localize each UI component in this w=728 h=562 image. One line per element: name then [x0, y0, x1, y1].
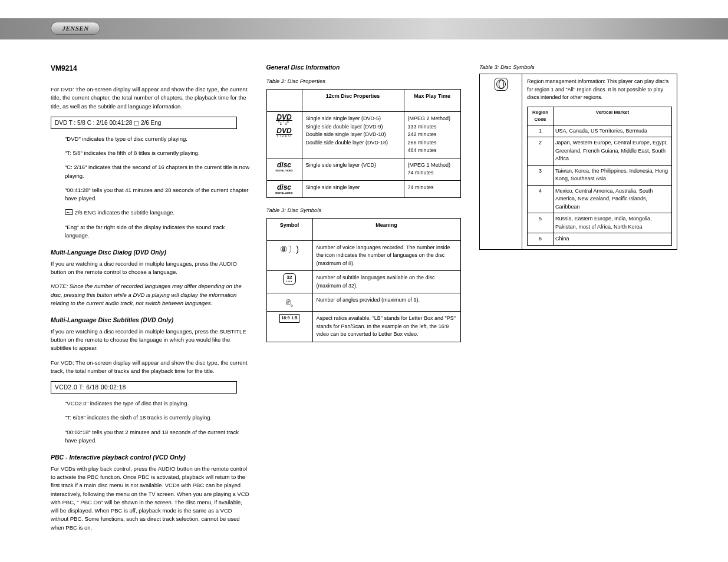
disc-symbols-table: Symbol Meaning ⑧〕) Number of voice langu… [266, 218, 461, 342]
dvd-legend-1: "DVD" indicates the type of disc current… [65, 135, 251, 143]
table-row: 2Japan, Western Europe, Central Europe, … [528, 137, 672, 166]
col-meaning: Meaning [312, 218, 460, 240]
dvd-legend-4: "00:41:28" tells you that 41 minutes and… [65, 186, 251, 203]
region-globe-cell [480, 74, 522, 250]
dvd-legend-6: "Eng" at the far right side of the displ… [65, 223, 251, 240]
col-symbol: Symbol [266, 218, 312, 240]
region-inner-table: Region Code Vertical Market 1USA, Canada… [527, 107, 672, 246]
table-row: ⎚9 Number of angles provided (maximum of… [266, 293, 460, 312]
subtitle-section-title: Multi-Language Disc Subtitles (DVD Only) [51, 316, 251, 325]
cd-icon-cell: discDIGITAL AUDIO [266, 180, 302, 197]
page-body: VM9214 For DVD: The on-screen display wi… [0, 39, 728, 562]
dvd-logo-icon: VIDEO [271, 128, 298, 137]
table2-caption: Table 2: Disc Properties [266, 77, 465, 85]
table-row: 32▪▪▪▪ Number of subtitle languages avai… [266, 271, 460, 293]
vcd-legend-1: "VCD2.0" indicates the type of disc that… [65, 399, 251, 408]
aspect-ratio-text: Aspect ratios available. "LB" stands for… [312, 312, 460, 342]
col-symbol [266, 90, 302, 112]
column-2: General Disc Information Table 2: Disc P… [266, 63, 465, 538]
column-1: VM9214 For DVD: The on-screen display wi… [51, 63, 251, 538]
cd-props: Single side single layer [302, 180, 404, 197]
table-row: discDIGITAL AUDIO Single side single lay… [266, 180, 460, 197]
table-row: V I D E O VIDEO Single side single layer… [266, 112, 460, 158]
region-meaning: Region management information: This play… [522, 74, 677, 250]
voice-languages-text: Number of voice languages recorded. The … [312, 240, 460, 271]
subtitle-icon [65, 209, 73, 215]
table-row: discDIGITAL VIDEO Single side single lay… [266, 158, 460, 180]
dvd-legend-5: 2/6 ENG indicates the subtitle language. [65, 209, 251, 217]
multilang-text: If you are watching a disc recorded in m… [51, 260, 251, 277]
pbc-text: For VCDs with play back control, press t… [51, 465, 251, 532]
angle-icon: ⎚9 [266, 293, 312, 312]
table-header-row: Symbol Meaning [266, 218, 460, 240]
subtitle-section-text: If you are watching a disc recorded in m… [51, 328, 251, 353]
table3-caption: Table 3: Disc Symbols [266, 206, 465, 214]
table-row: 16:9 LB Aspect ratios available. "LB" st… [266, 312, 460, 342]
region-table: Region management information: This play… [479, 74, 677, 250]
globe-all-icon [495, 78, 508, 91]
dvd-times: (MPEG 2 Method) 133 minutes 242 minutes … [404, 112, 460, 158]
dvd-icons-cell: V I D E O VIDEO [266, 112, 302, 158]
dvd-video-logo-icon: V I D E O [271, 115, 298, 125]
table-row: ⑧〕) Number of voice languages recorded. … [266, 240, 460, 271]
vcd-icon-cell: discDIGITAL VIDEO [266, 158, 302, 180]
subtitle-count-icon: 32▪▪▪▪ [266, 271, 312, 293]
vcd-times: (MPEG 1 Method) 74 minutes [404, 158, 460, 180]
col-vertical-market: Vertical Market [554, 107, 672, 125]
multilang-note: NOTE: Since the number of recorded langu… [51, 282, 251, 308]
angle-text: Number of angles provided (maximum of 9)… [312, 293, 460, 312]
vcd-legend-2: "T: 6/18" indicates the sixth of 18 trac… [65, 414, 251, 422]
table-header-row: Region Code Vertical Market [528, 107, 672, 125]
header-bar: JENSEN [0, 18, 728, 39]
general-disc-title: General Disc Information [266, 63, 465, 72]
table3-caption-cont: Table 3: Disc Symbols [479, 63, 677, 71]
table-row: 5Russia, Eastern Europe, India, Mongolia… [528, 213, 672, 233]
subtitle-count-text: Number of subtitle languages available o… [312, 271, 460, 293]
dvd-legend-2: "T: 5/8" indicates the fifth of 8 titles… [65, 149, 251, 157]
vcd-props: Single side single layer (VCD) [302, 158, 404, 180]
brand-text: JENSEN [62, 25, 88, 32]
table-header-row: 12cm Disc Properties Max Play Time [266, 90, 460, 112]
col-playtime: Max Play Time [404, 90, 460, 112]
pbc-title: PBC - Interactive playback control (VCD … [51, 453, 251, 462]
dvd-legend-3: "C: 2/16" indicates that the second of 1… [65, 163, 251, 180]
col-region-code: Region Code [528, 107, 554, 125]
dvd-osd-intro: For DVD: The on-screen display will appe… [51, 85, 251, 111]
vcd-osd-example: VCD2.0 T: 6/18 00:02:18 [51, 381, 237, 394]
vcd-legend-3: "00:02:18" tells you that 2 minutes and … [65, 428, 251, 445]
disc-properties-table: 12cm Disc Properties Max Play Time V I D… [266, 89, 461, 198]
model-number: VM9214 [51, 63, 251, 74]
voice-languages-icon: ⑧〕) [266, 240, 312, 271]
vcd-osd-intro: For VCD: The on-screen display will appe… [51, 359, 251, 376]
table-row: 6China [528, 233, 672, 246]
col-properties: 12cm Disc Properties [302, 90, 404, 112]
column-3: Table 3: Disc Symbols Region management … [479, 63, 677, 538]
compact-disc-digital-audio-icon: discDIGITAL AUDIO [271, 184, 298, 194]
table-row: 4Mexico, Central America, Australia, Sou… [528, 185, 672, 213]
brand-logo: JENSEN [51, 22, 100, 35]
cd-times: 74 minutes [404, 180, 460, 197]
compact-disc-digital-video-icon: discDIGITAL VIDEO [271, 161, 298, 172]
dvd-props: Single side single layer (DVD-5) Single … [302, 112, 404, 158]
dvd-osd-example: DVD T : 5/8 C : 2/16 00:41:28 ▢ 2/6 Eng [51, 117, 237, 129]
multilang-title: Multi-Language Disc Dialog (DVD Only) [51, 248, 251, 257]
table-row: 1USA, Canada, US Territories, Bermuda [528, 125, 672, 137]
table-row: Region management information: This play… [480, 74, 677, 250]
table-row: 3Taiwan, Korea, the Philippines, Indones… [528, 165, 672, 185]
aspect-ratio-icon: 16:9 LB [266, 312, 312, 342]
